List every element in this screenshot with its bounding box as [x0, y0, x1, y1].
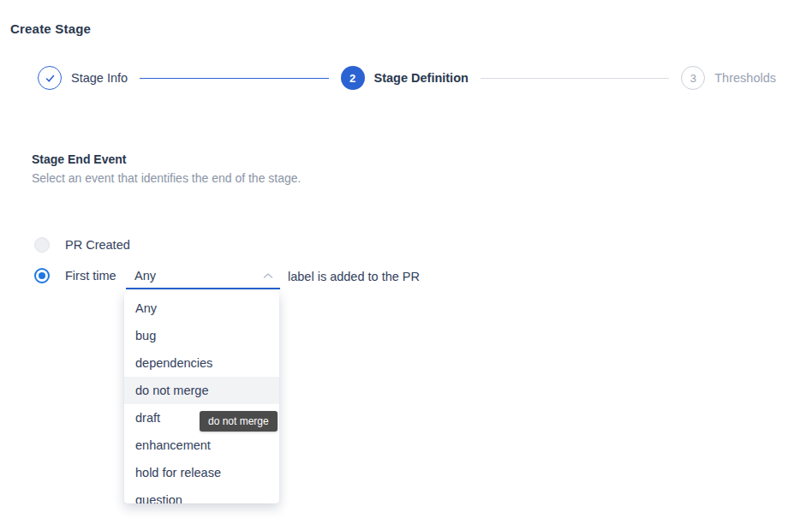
stepper: Stage Info 2 Stage Definition 3 Threshol…: [38, 66, 776, 90]
dropdown-option[interactable]: bug: [124, 322, 279, 349]
step-label-stage-info: Stage Info: [71, 71, 128, 85]
stepper-connector: [481, 78, 669, 79]
step-label-stage-definition: Stage Definition: [374, 71, 469, 85]
step-stage-info[interactable]: Stage Info: [38, 66, 128, 90]
dropdown-option[interactable]: Any: [124, 295, 279, 322]
step-label-thresholds: Thresholds: [714, 71, 776, 85]
section-description: Select an event that identifies the end …: [32, 171, 301, 185]
step-complete-circle: [38, 66, 62, 90]
chevron-up-icon: [263, 272, 273, 279]
select-suffix-text: label is added to the PR: [288, 270, 420, 283]
tooltip: do not merge: [200, 411, 278, 432]
radio-first-time[interactable]: First time: [34, 268, 116, 283]
radio-pr-created[interactable]: PR Created: [34, 237, 130, 253]
radio-dot: [39, 272, 45, 279]
check-icon: [45, 73, 56, 84]
page-title: Create Stage: [10, 21, 91, 36]
label-dropdown: Any bug dependencies do not merge draft …: [124, 291, 279, 503]
radio-label: First time: [65, 268, 116, 283]
dropdown-option[interactable]: hold for release: [124, 459, 279, 486]
step-stage-definition[interactable]: 2 Stage Definition: [341, 66, 469, 90]
dropdown-option-highlighted[interactable]: do not merge: [124, 377, 279, 404]
dropdown-option[interactable]: dependencies: [124, 349, 279, 377]
radio-label: PR Created: [65, 237, 130, 253]
dropdown-option[interactable]: question: [124, 486, 279, 503]
dropdown-option[interactable]: enhancement: [124, 432, 279, 459]
step-thresholds[interactable]: 3 Thresholds: [681, 66, 776, 90]
section-heading: Stage End Event: [32, 152, 126, 166]
create-stage-page: Create Stage Stage Info 2 Stage Definiti…: [0, 0, 812, 530]
stepper-connector: [140, 78, 328, 79]
radio-circle-selected: [34, 268, 50, 283]
step-number-circle: 2: [341, 66, 365, 90]
step-number-circle: 3: [681, 66, 705, 90]
radio-circle-unselected: [34, 237, 50, 253]
select-value: Any: [134, 269, 263, 283]
label-select[interactable]: Any: [126, 264, 280, 289]
